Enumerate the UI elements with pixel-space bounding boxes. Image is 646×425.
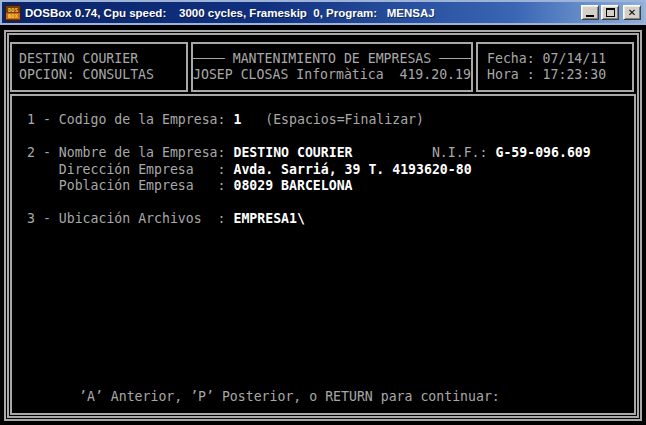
blank-line	[27, 129, 634, 146]
form-box: 1 - Codigo de la Empresa: 1 (Espacios=Fi…	[10, 94, 636, 415]
header-row: DESTINO COURIER OPCION: CONSULTAS ──── M…	[10, 42, 636, 92]
maximize-icon	[606, 8, 615, 17]
window-controls: ✕	[581, 5, 641, 20]
company-name: DESTINO COURIER	[19, 51, 186, 67]
field-nif-label: N.I.F.:	[353, 145, 496, 160]
field-ubicacion-label: 3 - Ubicación Archivos :	[27, 211, 233, 226]
dos-screen[interactable]: DESTINO COURIER OPCION: CONSULTAS ──── M…	[3, 25, 643, 422]
dos-outer-frame: DESTINO COURIER OPCION: CONSULTAS ──── M…	[4, 30, 642, 421]
field-codigo: 1 - Codigo de la Empresa: 1 (Espacios=Fi…	[27, 112, 634, 129]
dosbox-icon-text-bottom: BOX	[6, 13, 20, 19]
field-nif-value: G-59-096.609	[495, 145, 590, 160]
dosbox-window: DOS BOX DOSBox 0.74, Cpu speed: 3000 cyc…	[0, 0, 646, 425]
window-title: DOSBox 0.74, Cpu speed: 3000 cycles, Fra…	[25, 7, 577, 19]
field-ubicacion: 3 - Ubicación Archivos : EMPRESA1\	[27, 211, 634, 228]
time-line: Hora : 17:23:30	[487, 67, 632, 83]
minimize-icon	[586, 15, 594, 17]
screen-title: ──── MANTENIMIENTO DE EMPRESAS ────	[193, 51, 471, 67]
field-codigo-hint: (Espacios=Finalizar)	[241, 112, 424, 127]
titlebar[interactable]: DOS BOX DOSBox 0.74, Cpu speed: 3000 cyc…	[2, 2, 644, 23]
dosbox-app-icon: DOS BOX	[5, 5, 21, 21]
field-poblacion-value: 08029 BARCELONA	[233, 178, 352, 193]
field-codigo-label: 1 - Codigo de la Empresa:	[27, 112, 233, 127]
field-direccion-value: Avda. Sarriá, 39 T. 4193620-80	[233, 162, 471, 177]
vendor-line: JOSEP CLOSAS Informàtica 419.20.19	[193, 67, 471, 83]
field-poblacion-label: Población Empresa :	[27, 178, 233, 193]
maximize-button[interactable]	[601, 5, 619, 20]
screen-title-box: ──── MANTENIMIENTO DE EMPRESAS ──── JOSE…	[191, 42, 473, 92]
field-nombre-label: 2 - Nombre de la Empresa:	[27, 145, 233, 160]
minimize-button[interactable]	[581, 5, 599, 20]
field-poblacion: Población Empresa : 08029 BARCELONA	[27, 178, 634, 195]
field-nombre: 2 - Nombre de la Empresa: DESTINO COURIE…	[27, 145, 634, 162]
close-icon: ✕	[628, 8, 636, 18]
datetime-box: Fecha: 07/14/11 Hora : 17:23:30	[476, 42, 634, 92]
date-line: Fecha: 07/14/11	[487, 51, 632, 67]
field-direccion-label: Dirección Empresa :	[27, 162, 233, 177]
company-box: DESTINO COURIER OPCION: CONSULTAS	[10, 42, 188, 92]
current-option: OPCION: CONSULTAS	[19, 67, 186, 83]
field-nombre-value: DESTINO COURIER	[233, 145, 352, 160]
field-ubicacion-value: EMPRESA1\	[233, 211, 304, 226]
navigation-prompt: ’A’ Anterior, ’P’ Posterior, o RETURN pa…	[79, 389, 500, 405]
window-frame-top: DOS BOX DOSBox 0.74, Cpu speed: 3000 cyc…	[0, 0, 646, 25]
close-button[interactable]: ✕	[623, 5, 641, 20]
field-direccion: Dirección Empresa : Avda. Sarriá, 39 T. …	[27, 162, 634, 179]
blank-line	[27, 195, 634, 212]
